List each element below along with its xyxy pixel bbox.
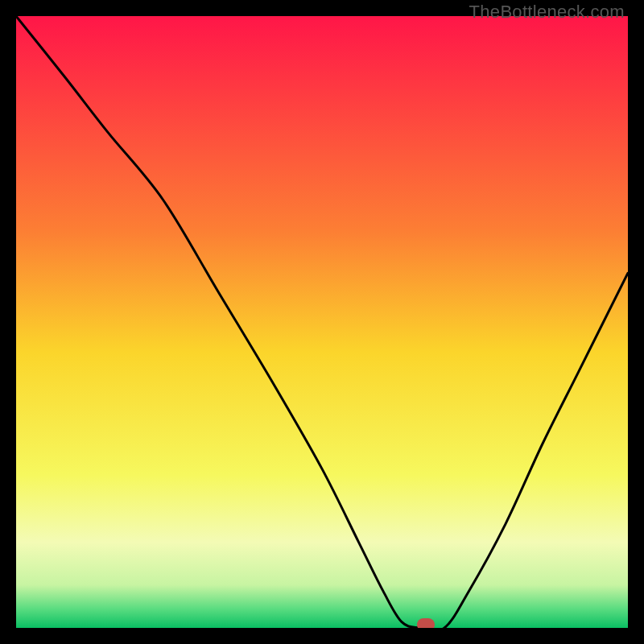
plot-area [16,16,628,628]
bottleneck-curve [16,16,628,628]
watermark-text: TheBottleneck.com [469,2,625,23]
chart-frame: TheBottleneck.com [0,0,644,644]
optimal-point-marker [417,618,435,628]
